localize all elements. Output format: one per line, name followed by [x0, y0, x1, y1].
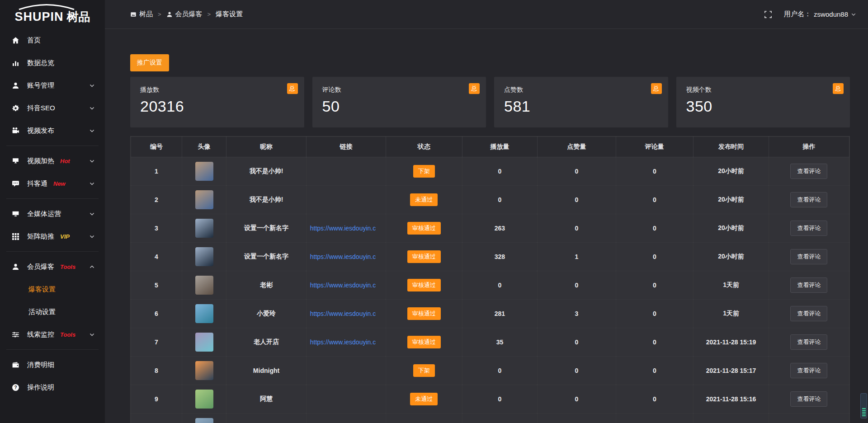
chevron-down-icon	[851, 12, 856, 17]
status-badge: 审核通过	[407, 222, 441, 235]
avatar	[195, 276, 213, 295]
sidebar-item-首页[interactable]: 首页	[0, 29, 105, 52]
view-comments-button[interactable]: 查看评论	[790, 249, 827, 264]
breadcrumb-item-爆客设置[interactable]: 爆客设置	[216, 10, 243, 19]
sidebar-item-操作说明[interactable]: ?操作说明	[0, 376, 105, 399]
cell-publish-time: 20小时前	[693, 157, 769, 186]
user-menu[interactable]: 用户名：zswodun88	[784, 10, 856, 19]
cell-nickname: 老彬	[226, 271, 306, 300]
cell-nickname: 阿慧	[226, 385, 306, 414]
sidebar-item-抖音SEO[interactable]: 抖音SEO	[0, 97, 105, 119]
view-comments-button[interactable]: 查看评论	[790, 192, 827, 207]
sidebar-item-label: 首页	[27, 36, 41, 45]
cell-status: 下架	[386, 357, 462, 385]
sidebar-item-label: 抖音SEO	[27, 104, 55, 113]
cell-id: 1	[131, 157, 182, 186]
view-comments-button[interactable]: 查看评论	[790, 164, 827, 179]
cell-plays: 0	[462, 385, 538, 414]
home-icon	[12, 37, 19, 44]
cell-actions: 查看评论	[769, 186, 849, 214]
cell-status: 下架	[386, 157, 462, 186]
cell-status: 未通过	[386, 385, 462, 414]
view-comments-button[interactable]: 查看评论	[790, 306, 827, 321]
cell-link	[306, 157, 386, 186]
cell-comments: 0	[616, 385, 693, 414]
sidebar-item-label: 账号管理	[27, 81, 54, 90]
sidebar-subitem-爆客设置[interactable]: 爆客设置	[0, 278, 105, 301]
cell-publish-time: 2021-11-28 15:17	[693, 357, 769, 385]
floating-widget[interactable]	[860, 393, 867, 418]
promo-settings-button[interactable]: 推广设置	[130, 54, 169, 71]
column-header-评论量: 评论量	[616, 137, 693, 157]
sidebar-item-tag: Tools	[60, 331, 75, 338]
stat-card-点赞数: 点赞数581总	[494, 77, 668, 127]
cell-avatar	[182, 271, 226, 300]
cell-actions: 查看评论	[769, 271, 849, 300]
fullscreen-icon[interactable]	[764, 10, 772, 19]
cell-avatar	[182, 328, 226, 357]
cell-link: https://www.iesdouyin.c	[306, 271, 386, 300]
cell-avatar	[182, 186, 226, 214]
cell-plays: 0	[462, 186, 538, 214]
grid-icon	[12, 233, 19, 240]
account-link[interactable]: https://www.iesdouyin.c	[310, 282, 376, 289]
cell-nickname: 小爱玲	[226, 300, 306, 328]
sliders-icon	[12, 331, 19, 338]
account-link[interactable]: https://www.iesdouyin.c	[310, 253, 376, 260]
cell-link	[306, 414, 386, 423]
stat-card-播放数: 播放数20316总	[130, 77, 304, 127]
account-link[interactable]: https://www.iesdouyin.c	[310, 225, 376, 232]
cell-plays: 263	[462, 214, 538, 243]
cell-likes: 0	[538, 328, 616, 357]
sidebar: SHUPIN 树品 首页数据总览账号管理抖音SEO视频发布视频加热Hot抖客通N…	[0, 0, 105, 423]
cell-plays: 0	[462, 357, 538, 385]
sidebar-subitem-活动设置[interactable]: 活动设置	[0, 301, 105, 323]
sidebar-item-抖客通[interactable]: 抖客通New	[0, 172, 105, 195]
sidebar-divider	[6, 349, 99, 350]
sidebar-item-tag: New	[53, 180, 66, 187]
sidebar-item-视频加热[interactable]: 视频加热Hot	[0, 150, 105, 172]
cell-actions	[769, 414, 849, 423]
breadcrumb-item-会员爆客[interactable]: 会员爆客	[166, 10, 203, 19]
sidebar-item-视频发布[interactable]: 视频发布	[0, 119, 105, 142]
sidebar-item-线索监控[interactable]: 线索监控Tools	[0, 323, 105, 346]
view-comments-button[interactable]: 查看评论	[790, 221, 827, 236]
sidebar-item-账号管理[interactable]: 账号管理	[0, 74, 105, 97]
cell-publish-time: 2021-11-28 15:19	[693, 328, 769, 357]
sidebar-item-会员爆客[interactable]: 会员爆客Tools	[0, 255, 105, 278]
cell-nickname: Midnight	[226, 357, 306, 385]
sidebar-item-全媒体运营[interactable]: 全媒体运营	[0, 202, 105, 225]
chevron-down-icon	[89, 83, 95, 89]
cell-plays: 0	[462, 271, 538, 300]
topbar: 树品>会员爆客>爆客设置 用户名：zswodun88	[105, 0, 868, 29]
view-comments-button[interactable]: 查看评论	[790, 334, 827, 350]
account-link[interactable]: https://www.iesdouyin.c	[310, 310, 376, 317]
total-badge: 总	[469, 83, 480, 94]
view-comments-button[interactable]: 查看评论	[790, 363, 827, 378]
account-link[interactable]: https://www.iesdouyin.c	[310, 338, 376, 346]
sidebar-item-矩阵助推[interactable]: 矩阵助推VIP	[0, 225, 105, 248]
cell-actions: 查看评论	[769, 157, 849, 186]
cell-plays: 281	[462, 300, 538, 328]
cell-actions: 查看评论	[769, 243, 849, 271]
cell-link	[306, 385, 386, 414]
cell-actions: 查看评论	[769, 385, 849, 414]
breadcrumb-label: 爆客设置	[216, 10, 243, 19]
avatar	[195, 418, 213, 423]
stat-label: 评论数	[322, 86, 476, 94]
cell-id: 5	[131, 271, 182, 300]
view-comments-button[interactable]: 查看评论	[790, 277, 827, 293]
cell-plays: 328	[462, 243, 538, 271]
cell-publish-time: 1天前	[693, 271, 769, 300]
sidebar-item-数据总览[interactable]: 数据总览	[0, 52, 105, 74]
cell-comments: 0	[616, 157, 693, 186]
status-badge: 审核通过	[407, 250, 441, 263]
cell-avatar	[182, 243, 226, 271]
view-comments-button[interactable]: 查看评论	[790, 391, 827, 407]
brand-logo[interactable]: SHUPIN 树品	[0, 0, 105, 29]
breadcrumb-label: 会员爆客	[175, 10, 203, 19]
sidebar-item-消费明细[interactable]: 消费明细	[0, 353, 105, 376]
breadcrumb-item-树品[interactable]: 树品	[130, 10, 153, 19]
sidebar-item-tag: VIP	[60, 233, 70, 240]
avatar	[195, 361, 213, 380]
